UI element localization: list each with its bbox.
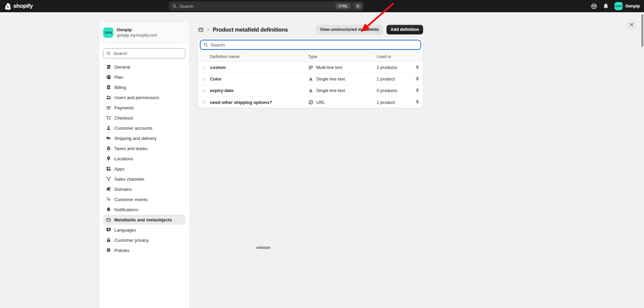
sidebar-item-users-and-permissions[interactable]: Users and permissions [103, 92, 185, 103]
sidebar-search[interactable] [103, 48, 185, 58]
sidebar-item-checkout[interactable]: Checkout [103, 113, 185, 123]
sidekick-button[interactable] [591, 3, 597, 10]
type-label: Single line text [316, 76, 345, 81]
sidebar-item-payments[interactable]: Payments [103, 103, 185, 113]
drag-handle[interactable] [198, 88, 210, 93]
sidebar-item-customer-privacy[interactable]: Customer privacy [103, 235, 185, 245]
shopify-logo[interactable]: S shopify [5, 0, 33, 12]
drag-handle[interactable] [198, 100, 210, 105]
add-definition-button[interactable]: Add definition [386, 25, 423, 34]
used-in-value: 2 products [377, 65, 412, 70]
used-in-value: 1 product [377, 76, 412, 81]
pin-icon [415, 88, 420, 93]
table-row[interactable]: custom Multi-line text 2 products [198, 62, 423, 73]
store-domain: genpip.myshopify.com [117, 33, 157, 38]
drag-handle[interactable] [198, 65, 210, 70]
sidebar-item-metafields-and-metaobjects[interactable]: Metafields and metaobjects [103, 215, 185, 225]
cart-icon [106, 115, 111, 121]
sidebar-item-general[interactable]: General [103, 62, 185, 72]
sidebar-item-label: Payments [114, 105, 134, 110]
sidebar-item-label: Policies [114, 248, 130, 253]
sidebar-item-policies[interactable]: Policies [103, 245, 185, 255]
definition-name: Color [210, 76, 308, 81]
pin-button[interactable] [412, 65, 423, 70]
global-search[interactable]: CTRL K [169, 1, 364, 11]
sidebar-item-label: Plan [114, 75, 123, 80]
sidebar-item-domains[interactable]: Domains [103, 184, 185, 194]
lock-icon [106, 237, 111, 243]
metafields-breadcrumb-icon[interactable] [198, 26, 204, 33]
sidebar-item-locations[interactable]: Locations [103, 153, 185, 164]
person-icon [106, 125, 111, 131]
store-header: GEN Genpip genpip.myshopify.com [99, 22, 189, 43]
notifications-button[interactable] [603, 3, 609, 10]
brand-wordmark: shopify [13, 3, 33, 10]
sidebar-item-customer-events[interactable]: Customer events [103, 194, 185, 204]
table-header: Definition name Type Used in [198, 51, 423, 62]
sidebar-search-input[interactable] [113, 51, 182, 56]
bell-icon [106, 207, 111, 212]
sidebar-item-label: Checkout [114, 115, 133, 121]
search-icon [203, 42, 208, 48]
topbar: S shopify CTRL K GEN Genpip [0, 0, 644, 12]
topbar-right: GEN Genpip [591, 0, 640, 12]
drag-handle-icon [202, 65, 206, 70]
sidebar-item-sales-channels[interactable]: Sales channels [103, 174, 185, 184]
drag-handle-icon [202, 100, 206, 105]
definition-name: expiry-date [210, 88, 308, 93]
user-name: Genpip [625, 4, 640, 8]
channels-icon [106, 176, 111, 182]
pin-button[interactable] [412, 76, 423, 82]
view-unstructured-metafields-button[interactable]: View unstructured metafields [316, 25, 383, 34]
store-icon [106, 64, 111, 70]
column-type: Type [308, 54, 377, 59]
type-label: Single line text [316, 88, 345, 93]
close-icon [629, 22, 634, 27]
user-menu[interactable]: GEN Genpip [614, 2, 640, 10]
svg-text:S: S [7, 5, 9, 8]
table-row[interactable]: need other shipping options? URL 1 produ… [198, 96, 423, 108]
shopify-bag-icon: S [5, 3, 11, 10]
users-icon [106, 95, 111, 100]
definitions-search[interactable] [200, 40, 421, 50]
sidebar-item-apps[interactable]: Apps [103, 164, 185, 174]
apps-icon [106, 166, 111, 171]
sidebar-nav: General Plan $ Billing Users and permiss… [99, 62, 189, 255]
policies-icon [106, 248, 111, 253]
pin-icon [415, 65, 420, 70]
settings-sidebar: GEN Genpip genpip.myshopify.com General … [99, 22, 189, 308]
column-definition-name: Definition name [210, 54, 308, 59]
horizontal-scrollbar-thumb[interactable] [256, 247, 270, 249]
sidebar-item-customer-accounts[interactable]: Customer accounts [103, 123, 185, 133]
truck-icon [106, 135, 111, 141]
table-row[interactable]: expiry-date A Single line text 0 product… [198, 85, 423, 96]
sidebar-item-label: Locations [114, 156, 133, 161]
multiline-text-icon [308, 65, 314, 70]
sidebar-item-languages[interactable]: A Languages [103, 225, 185, 235]
definition-name: need other shipping options? [210, 100, 308, 105]
type-label: Multi-line text [316, 65, 342, 70]
avatar: GEN [614, 2, 623, 10]
drag-handle[interactable] [198, 77, 210, 81]
pin-button[interactable] [412, 88, 423, 93]
sidebar-item-label: Shipping and delivery [114, 136, 156, 141]
url-icon [308, 99, 314, 105]
sidebar-item-label: General [114, 65, 130, 70]
vertical-scrollbar-thumb[interactable] [641, 14, 643, 47]
singleline-text-icon: A [308, 88, 314, 93]
billing-icon: $ [106, 85, 111, 90]
sidebar-item-shipping-and-delivery[interactable]: Shipping and delivery [103, 133, 185, 143]
sidebar-item-label: Metafields and metaobjects [114, 217, 172, 222]
definitions-search-input[interactable] [211, 42, 418, 48]
table-body: custom Multi-line text 2 products Color … [198, 62, 423, 108]
global-search-input[interactable] [179, 4, 333, 9]
sidebar-item-notifications[interactable]: Notifications [103, 204, 185, 215]
sidebar-item-label: Domains [114, 187, 132, 192]
pin-button[interactable] [412, 99, 423, 105]
table-row[interactable]: Color A Single line text 1 product [198, 73, 423, 85]
close-settings-button[interactable] [626, 19, 637, 30]
sidebar-item-label: Billing [114, 85, 126, 90]
sidebar-item-billing[interactable]: $ Billing [103, 82, 185, 92]
sidebar-item-plan[interactable]: Plan [103, 72, 185, 82]
sidebar-item-taxes-and-duties[interactable]: % Taxes and duties [103, 143, 185, 153]
